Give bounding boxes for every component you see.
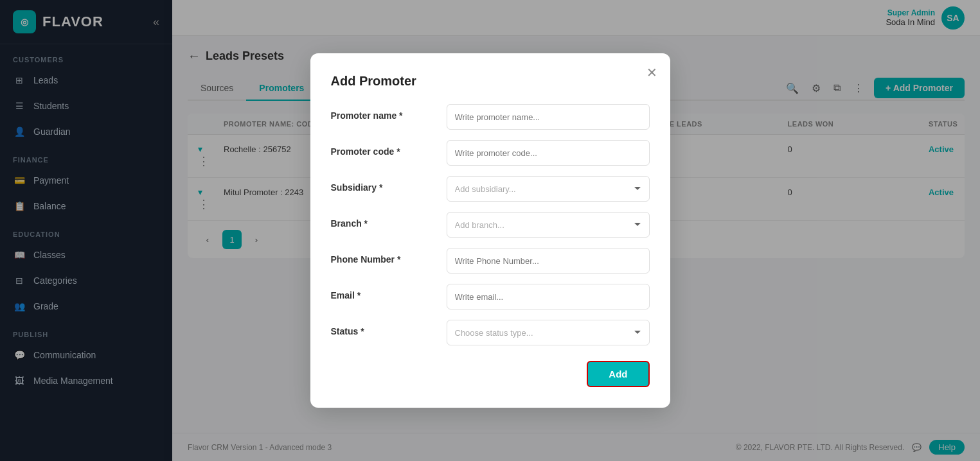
modal-title: Add Promoter [331,74,650,89]
label-email: Email * [331,284,434,300]
form-row-promoter-code: Promoter code * [331,140,650,166]
modal-overlay: Add Promoter ✕ Promoter name * Promoter … [0,0,980,461]
status-select[interactable]: Choose status type... Active Inactive [447,320,650,345]
subsidiary-select[interactable]: Add subsidiary... [447,176,650,202]
label-promoter-name: Promoter name * [331,104,434,121]
label-branch: Branch * [331,212,434,229]
branch-select[interactable]: Add branch... [447,212,650,238]
promoter-name-input[interactable] [447,104,650,130]
form-row-email: Email * [331,284,650,309]
form-row-phone: Phone Number * [331,248,650,274]
label-status: Status * [331,320,434,336]
form-row-promoter-name: Promoter name * [331,104,650,130]
form-row-status: Status * Choose status type... Active In… [331,320,650,345]
promoter-code-input[interactable] [447,140,650,166]
label-subsidiary: Subsidiary * [331,176,434,193]
modal-footer: Add [331,361,650,387]
label-phone: Phone Number * [331,248,434,265]
phone-number-input[interactable] [447,248,650,274]
email-input[interactable] [447,284,650,309]
add-button[interactable]: Add [587,361,649,387]
modal-close-button[interactable]: ✕ [646,65,657,80]
form-row-subsidiary: Subsidiary * Add subsidiary... [331,176,650,202]
label-promoter-code: Promoter code * [331,140,434,157]
add-promoter-modal: Add Promoter ✕ Promoter name * Promoter … [310,53,670,408]
form-row-branch: Branch * Add branch... [331,212,650,238]
